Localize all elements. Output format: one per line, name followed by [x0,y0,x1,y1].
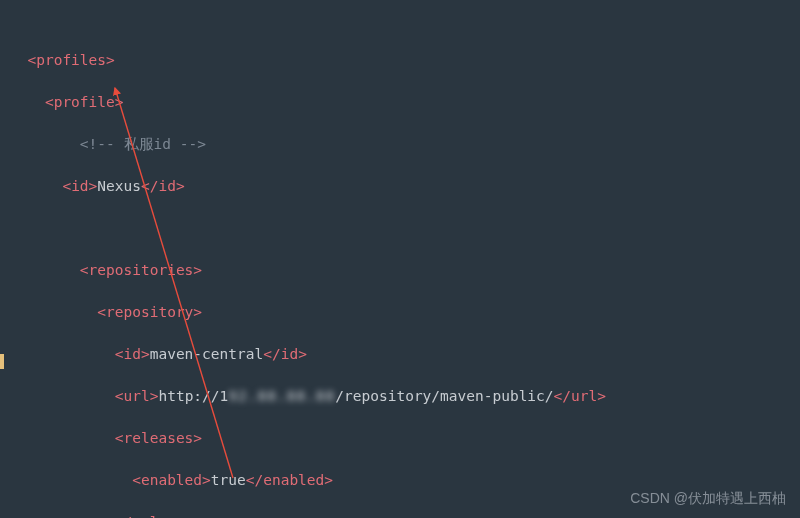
code-line: <url>http://192.88.88.88/repository/mave… [10,386,800,407]
code-line: </releases> [10,512,800,518]
comment: <!-- 私服id --> [80,136,206,152]
code-line: <releases> [10,428,800,449]
text-true: true [211,472,246,488]
code-line: <id>Nexus</id> [10,176,800,197]
text-repo-id: maven-central [150,346,264,362]
tag-url: url [124,388,150,404]
tag-repository: repository [106,304,193,320]
tag-repositories: repositories [89,262,194,278]
redacted-ip: 92.88.88.88 [228,388,335,404]
code-line [10,218,800,239]
code-line: <enabled>true</enabled> [10,470,800,491]
code-line: <id>maven-central</id> [10,344,800,365]
code-line: <repository> [10,302,800,323]
tag-releases: releases [124,430,194,446]
code-line: <profiles> [10,50,800,71]
tag-id: id [71,178,88,194]
gutter-highlight [0,354,4,369]
text-id-value: Nexus [97,178,141,194]
watermark: CSDN @伏加特遇上西柚 [630,490,786,508]
tag-profile: profile [54,94,115,110]
code-line: <repositories> [10,260,800,281]
tag-enabled: enabled [141,472,202,488]
tag-profiles: profiles [36,52,106,68]
code-editor: <profiles> <profile> <!-- 私服id --> <id>N… [0,0,800,518]
code-line: <profile> [10,92,800,113]
code-line: <!-- 私服id --> [10,134,800,155]
